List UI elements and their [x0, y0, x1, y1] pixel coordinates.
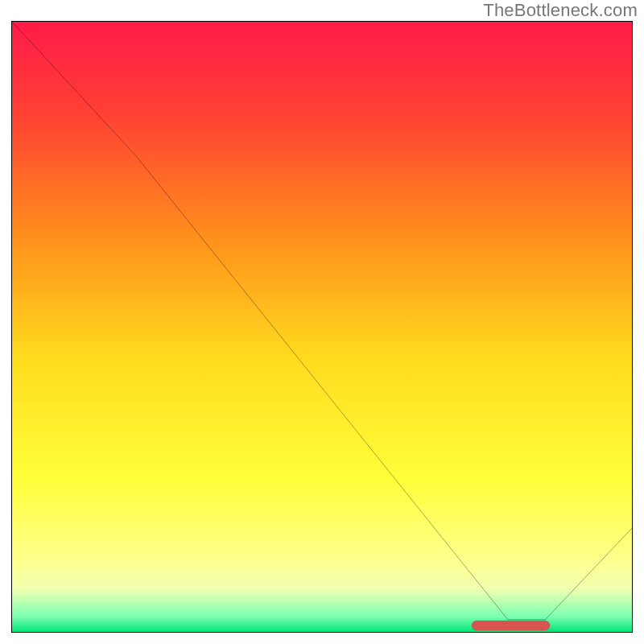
chart-frame: TheBottleneck.com	[0, 0, 644, 644]
chart-plot-area	[11, 21, 633, 633]
watermark-text: TheBottleneck.com	[483, 0, 638, 21]
chart-data-line	[12, 22, 632, 632]
optimal-range-marker	[472, 621, 550, 630]
